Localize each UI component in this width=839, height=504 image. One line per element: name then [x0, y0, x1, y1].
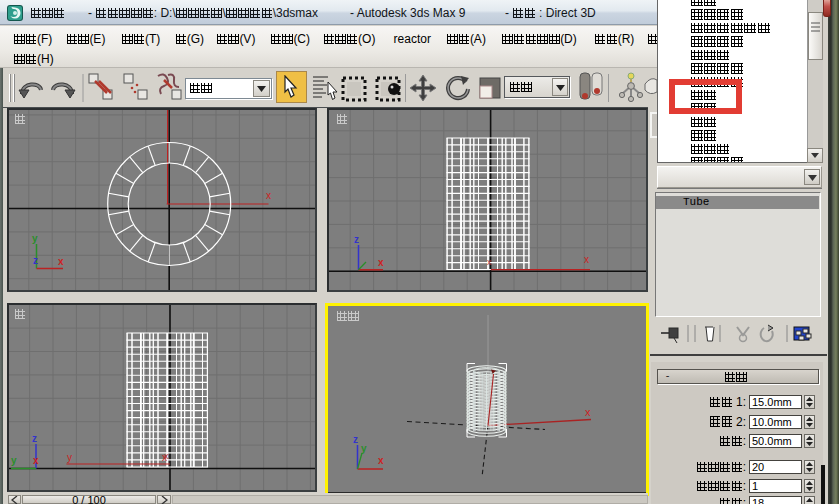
- svg-text:z: z: [354, 234, 359, 245]
- svg-text:x: x: [378, 257, 384, 268]
- svg-text:x: x: [58, 256, 64, 267]
- svg-text:z: z: [353, 434, 358, 445]
- svg-text:x: x: [164, 451, 169, 461]
- svg-text:y: y: [32, 233, 38, 244]
- svg-text:x: x: [266, 190, 271, 201]
- svg-text:z: z: [32, 433, 37, 444]
- svg-text:z: z: [33, 255, 38, 266]
- svg-text:x: x: [585, 406, 591, 418]
- svg-text:x: x: [33, 455, 39, 466]
- svg-text:x: x: [584, 254, 589, 265]
- svg-text:y: y: [361, 443, 367, 454]
- svg-text:x: x: [378, 455, 384, 466]
- svg-text:y: y: [11, 455, 17, 466]
- svg-text:x: x: [487, 257, 492, 267]
- svg-text:y: y: [67, 452, 72, 463]
